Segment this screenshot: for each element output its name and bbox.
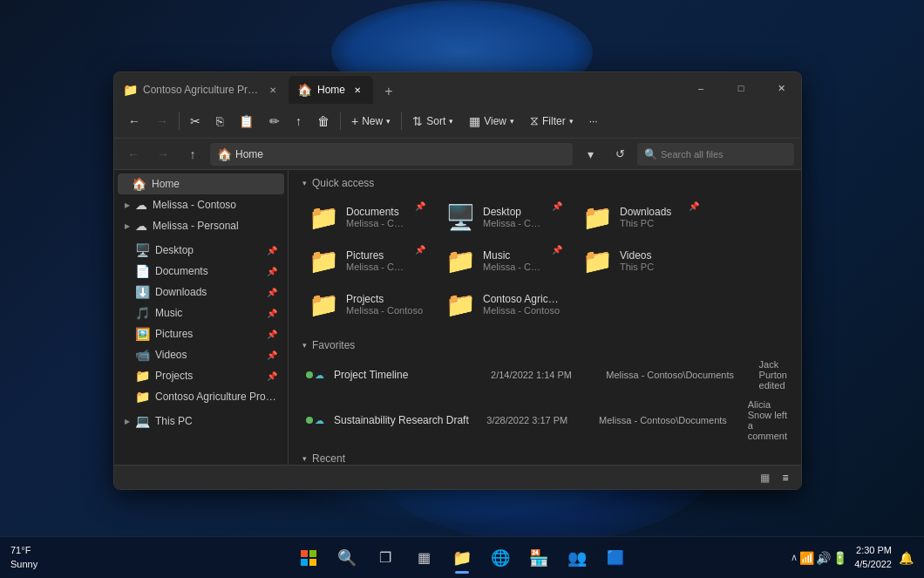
favorites-header[interactable]: ▾ Favorites bbox=[289, 332, 801, 355]
nav-back-button[interactable]: ← bbox=[121, 142, 146, 167]
projects-icon: 📁 bbox=[135, 369, 150, 383]
taskbar-explorer-icon: 📁 bbox=[452, 548, 472, 568]
cut-button[interactable]: ✂ bbox=[183, 111, 207, 132]
view-button[interactable]: ▦ View ▾ bbox=[462, 111, 521, 132]
documents-tile-info: Documents Melissa - Contoso bbox=[346, 206, 408, 228]
taskbar-edge-button[interactable]: 🌐 bbox=[483, 541, 518, 575]
nav-forward-button[interactable]: → bbox=[151, 142, 175, 167]
battery-icon[interactable]: 🔋 bbox=[832, 551, 847, 565]
folder-tile-music[interactable]: 📁 Music Melissa - Contoso 📌 bbox=[436, 240, 571, 282]
search-box[interactable]: 🔍 Search all files bbox=[637, 143, 794, 166]
minimize-button[interactable]: – bbox=[681, 72, 721, 104]
nav-up-button[interactable]: ↑ bbox=[180, 142, 205, 167]
chevron-up-icon[interactable]: ∧ bbox=[791, 552, 798, 563]
pictures-tile-name: Pictures bbox=[346, 249, 408, 262]
refresh-button[interactable]: ↺ bbox=[608, 142, 632, 167]
sidebar-item-pictures[interactable]: 🖼️ Pictures 📌 bbox=[118, 323, 284, 344]
projects-folder-icon: 📁 bbox=[309, 290, 339, 319]
taskbar-search-button[interactable]: 🔍 bbox=[330, 541, 364, 575]
maximize-button[interactable]: □ bbox=[721, 72, 761, 104]
taskbar-teams-button[interactable]: 👥 bbox=[560, 541, 594, 575]
desktop-icon: 🖥️ bbox=[135, 243, 150, 257]
downloads-folder-icon: 📁 bbox=[582, 203, 613, 232]
start-button[interactable] bbox=[291, 541, 326, 575]
tab-close-contoso[interactable]: ✕ bbox=[266, 83, 280, 97]
videos-tile-info: Videos This PC bbox=[620, 249, 654, 272]
recent-header[interactable]: ▾ Recent bbox=[289, 445, 801, 465]
notification-icon[interactable]: 🔔 bbox=[899, 551, 914, 565]
tab-contoso[interactable]: 📁 Contoso Agriculture Project ✕ bbox=[114, 76, 289, 104]
address-path[interactable]: 🏠 Home bbox=[210, 143, 573, 166]
list-item[interactable]: ☁ Sustainability Research Draft 3/28/202… bbox=[296, 395, 794, 445]
sidebar-item-home[interactable]: 🏠 Home bbox=[118, 173, 284, 194]
sort-button[interactable]: ⇅ Sort ▾ bbox=[405, 111, 460, 132]
forward-button[interactable]: → bbox=[149, 111, 175, 132]
folder-tile-pictures[interactable]: 📁 Pictures Melissa - Contoso 📌 bbox=[299, 240, 434, 282]
filter-button[interactable]: ⧖ Filter ▾ bbox=[523, 110, 581, 132]
copy-icon: ⎘ bbox=[216, 114, 223, 128]
folder-tile-documents[interactable]: 📁 Documents Melissa - Contoso 📌 bbox=[299, 196, 434, 238]
close-button[interactable]: ✕ bbox=[761, 72, 801, 104]
sidebar-item-documents[interactable]: 📄 Documents 📌 bbox=[118, 261, 284, 282]
paste-button[interactable]: 📋 bbox=[232, 111, 261, 132]
clock[interactable]: 2:30 PM 4/5/2022 bbox=[854, 544, 892, 571]
videos-pin-icon: 📌 bbox=[267, 350, 277, 360]
sidebar-item-downloads[interactable]: ⬇️ Downloads 📌 bbox=[118, 282, 284, 303]
quick-access-header[interactable]: ▾ Quick access bbox=[289, 170, 801, 193]
taskbar-right: ∧ 📶 🔊 🔋 2:30 PM 4/5/2022 🔔 bbox=[791, 544, 914, 571]
tab-home[interactable]: 🏠 Home ✕ bbox=[289, 76, 373, 104]
downloads-tile-icon: 📁 bbox=[581, 201, 613, 233]
delete-button[interactable]: 🗑 bbox=[310, 111, 336, 132]
desktop-tile-sub: Melissa - Contoso bbox=[483, 218, 545, 228]
music-icon: 🎵 bbox=[135, 306, 150, 320]
desktop-pin-icon: 📌 bbox=[267, 246, 277, 255]
sidebar-item-melissa-contoso[interactable]: ▶ ☁ Melissa - Contoso bbox=[118, 194, 284, 215]
widgets-button[interactable]: ▦ bbox=[406, 541, 441, 575]
more-options-button[interactable]: ··· bbox=[582, 112, 605, 131]
list-item[interactable]: ☁ Project Timeline 2/14/2022 1:14 PM Mel… bbox=[296, 355, 794, 395]
new-tab-button[interactable]: + bbox=[377, 79, 401, 104]
sidebar-this-pc-label: This PC bbox=[155, 415, 277, 427]
sidebar-item-melissa-personal[interactable]: ▶ ☁ Melissa - Personal bbox=[118, 215, 284, 236]
taskbar-explorer-button[interactable]: 📁 bbox=[445, 541, 479, 575]
sidebar-item-projects[interactable]: 📁 Projects 📌 bbox=[118, 365, 284, 386]
list-view-button[interactable]: ≡ bbox=[777, 469, 794, 486]
taskbar-store-button[interactable]: 🏪 bbox=[521, 541, 556, 575]
filter-label: Filter bbox=[542, 115, 566, 127]
quick-access-grid: 📁 Documents Melissa - Contoso 📌 🖥️ Deskt… bbox=[289, 193, 801, 332]
tab-close-home[interactable]: ✕ bbox=[350, 83, 364, 97]
pictures-tile-info: Pictures Melissa - Contoso bbox=[346, 249, 408, 272]
sidebar-item-music[interactable]: 🎵 Music 📌 bbox=[118, 303, 284, 323]
copy-button[interactable]: ⎘ bbox=[209, 111, 230, 132]
addressbar: ← → ↑ 🏠 Home ▾ ↺ 🔍 Search all files bbox=[114, 139, 801, 170]
back-icon: ← bbox=[128, 114, 140, 128]
network-icon[interactable]: 📶 bbox=[799, 551, 814, 565]
sidebar-documents-label: Documents bbox=[155, 265, 262, 277]
share-button[interactable]: ↑ bbox=[289, 111, 309, 132]
task-view-button[interactable]: ❐ bbox=[368, 541, 403, 575]
videos-tile-sub: This PC bbox=[620, 262, 654, 272]
sidebar-item-videos[interactable]: 📹 Videos 📌 bbox=[118, 344, 284, 365]
sidebar-item-this-pc[interactable]: ▶ 💻 This PC bbox=[118, 411, 284, 432]
back-button[interactable]: ← bbox=[121, 111, 147, 132]
new-button[interactable]: + New ▾ bbox=[344, 111, 397, 132]
volume-icon[interactable]: 🔊 bbox=[816, 551, 831, 565]
downloads-icon: ⬇️ bbox=[135, 285, 150, 299]
sidebar-home-label: Home bbox=[152, 178, 277, 190]
folder-tile-downloads[interactable]: 📁 Downloads This PC 📌 bbox=[573, 196, 708, 238]
weather-widget[interactable]: 71°F Sunny bbox=[10, 544, 37, 571]
folder-tile-contoso-project[interactable]: 📁 Contoso Agriculture Project Melissa - … bbox=[436, 283, 571, 325]
taskbar-app-button[interactable]: 🟦 bbox=[598, 541, 633, 575]
folder-tile-desktop[interactable]: 🖥️ Desktop Melissa - Contoso 📌 bbox=[436, 196, 571, 238]
rename-button[interactable]: ✏ bbox=[262, 111, 287, 132]
sidebar-item-contoso-project[interactable]: 📁 Contoso Agriculture Project bbox=[118, 386, 284, 407]
documents-tile-icon: 📁 bbox=[308, 201, 339, 233]
address-dropdown-button[interactable]: ▾ bbox=[578, 142, 602, 167]
pictures-folder-icon: 📁 bbox=[309, 247, 339, 275]
details-view-button[interactable]: ▦ bbox=[756, 469, 773, 486]
sidebar-item-desktop[interactable]: 🖥️ Desktop 📌 bbox=[118, 240, 284, 261]
folder-tile-videos[interactable]: 📁 Videos This PC bbox=[573, 240, 708, 282]
folder-tile-projects[interactable]: 📁 Projects Melissa - Contoso bbox=[299, 283, 434, 325]
quick-access-label: Quick access bbox=[312, 177, 374, 189]
search-placeholder: Search all files bbox=[661, 149, 724, 160]
